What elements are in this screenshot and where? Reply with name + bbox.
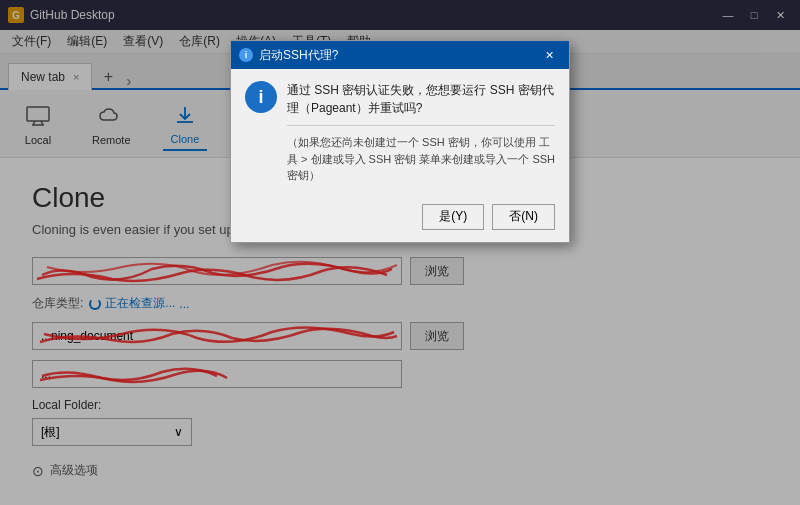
dialog-buttons: 是(Y) 否(N) [231, 196, 569, 242]
dialog-title-bar: i 启动SSH代理? ✕ [231, 41, 569, 69]
dialog-close-button[interactable]: ✕ [537, 45, 561, 65]
dialog-text-area: 通过 SSH 密钥认证失败，您想要运行 SSH 密钥代理（Pageant）并重试… [287, 81, 555, 184]
ssh-agent-dialog: i 启动SSH代理? ✕ i 通过 SSH 密钥认证失败，您想要运行 SSH 密… [230, 40, 570, 243]
dialog-no-button[interactable]: 否(N) [492, 204, 555, 230]
dialog-title: 启动SSH代理? [259, 47, 338, 64]
dialog-title-icon: i [239, 48, 253, 62]
dialog-main-text: 通过 SSH 密钥认证失败，您想要运行 SSH 密钥代理（Pageant）并重试… [287, 81, 555, 117]
dialog-overlay: i 启动SSH代理? ✕ i 通过 SSH 密钥认证失败，您想要运行 SSH 密… [0, 0, 800, 505]
dialog-info-icon: i [245, 81, 277, 113]
dialog-sub-text: （如果您还尚未创建过一个 SSH 密钥，你可以使用 工具 > 创建或导入 SSH… [287, 125, 555, 184]
dialog-content-area: i 通过 SSH 密钥认证失败，您想要运行 SSH 密钥代理（Pageant）并… [231, 69, 569, 196]
main-window: G GitHub Desktop — □ ✕ 文件(F) 编辑(E) 查看(V)… [0, 0, 800, 505]
dialog-yes-button[interactable]: 是(Y) [422, 204, 484, 230]
